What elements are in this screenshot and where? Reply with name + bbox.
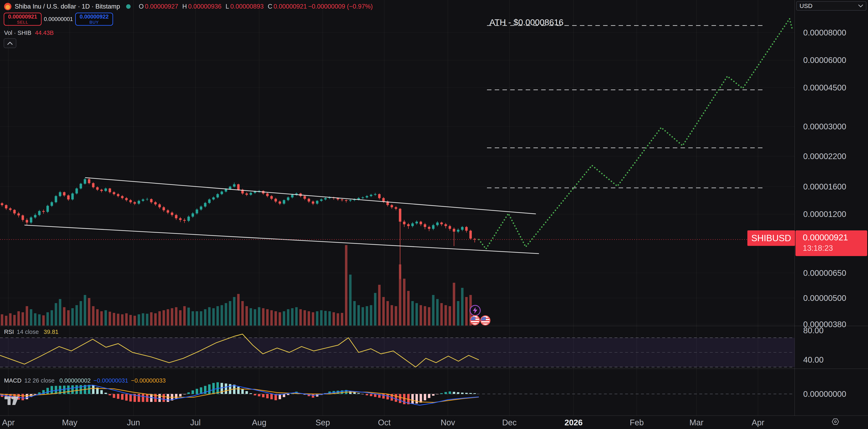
lightning-event-icon[interactable] [470,305,480,316]
price-axis-label: 0.00003000 [803,122,846,131]
last-price-time: 13:18:23 [803,243,867,253]
price-axis-label: 0.00000650 [803,268,846,277]
high-value: 0.00000936 [188,3,221,10]
rsi-axis-label: 40.00 [803,355,824,364]
buy-button[interactable]: 0.00000922 BUY [75,12,113,26]
trade-buttons: 0.00000921 SELL 0.00000001 0.00000922 BU… [4,12,113,26]
chevron-down-icon [858,4,863,7]
time-axis-month-label: Nov [440,418,455,427]
price-axis-label: 0.00000500 [803,293,846,303]
symbol-price-line-badge: SHIBUSD [747,231,795,246]
macd-signal-value: −0.00000033 [131,377,166,384]
us-flag-event-icon[interactable] [480,315,491,326]
price-axis-label: 0.00001600 [803,182,846,191]
rsi-params: 14 close [17,329,39,335]
time-axis-month-label: Jun [127,418,140,427]
last-price-value: 0.00000921 [803,232,867,243]
shiba-inu-logo-icon [4,3,11,10]
volume-label: Vol · SHIB [4,30,31,36]
low-label: L [225,3,229,10]
gear-icon [831,418,839,426]
ath-annotation: ATH - $0.00008616 [489,18,563,27]
price-axis-label: 0.00006000 [803,56,846,65]
last-price-tag: 0.00000921 13:18:23 [796,231,867,256]
high-label: H [182,3,187,10]
buy-price: 0.00000922 [80,14,109,20]
ohlc-values: O0.00000927 H0.00000936 L0.00000893 C0.0… [136,3,373,10]
us-flag-event-icon[interactable] [470,315,480,325]
time-axis-month-label: Aug [252,418,266,427]
price-axis-label: 0.00001200 [803,210,846,219]
time-axis-month-label: Feb [630,418,644,427]
time-axis-month-label: Sep [315,418,330,427]
macd-line-value: −0.00000031 [94,377,128,384]
time-axis-year-label: 2026 [565,418,583,427]
time-axis-month-label: May [62,418,78,427]
chart-canvas[interactable] [0,0,868,429]
market-status-icon [126,4,131,9]
symbol-header[interactable]: Shiba Inu / U.S. dollar · 1D · Bitstamp … [4,2,373,11]
low-value: 0.00000893 [230,3,264,10]
chevron-up-icon [7,41,12,45]
sell-price: 0.00000921 [8,14,37,20]
rsi-name: RSI [4,329,14,335]
macd-legend[interactable]: MACD 12 26 close 0.00000002 −0.00000031 … [4,377,166,384]
volume-value: 44.43B [35,30,54,36]
price-axis-label: 0.00008000 [803,28,846,37]
buy-label: BUY [89,20,99,25]
time-axis-month-label: Apr [752,418,764,427]
price-axis-label: 0.00002200 [803,152,846,161]
time-axis-month-label: Jul [190,418,200,427]
collapse-legend-button[interactable] [4,38,16,48]
symbol-title[interactable]: Shiba Inu / U.S. dollar · 1D · Bitstamp [15,3,120,10]
tradingview-logo [4,396,19,406]
rsi-legend[interactable]: RSI 14 close 39.81 [4,329,59,335]
time-axis-month-label: Apr [2,418,15,427]
open-label: O [139,3,144,10]
volume-legend: Vol · SHIB 44.43B [4,30,54,36]
spread-value: 0.00000001 [41,16,75,22]
trading-chart-app: Shiba Inu / U.S. dollar · 1D · Bitstamp … [0,0,868,429]
axis-settings-button[interactable] [831,417,840,426]
time-axis-month-label: Dec [502,418,517,427]
macd-params: 12 26 close [24,377,54,384]
macd-name: MACD [4,377,21,384]
time-axis-month-label: Mar [689,418,704,427]
price-axis-label: 0.00004500 [803,83,846,92]
close-label: C [268,3,272,10]
rsi-value: 39.81 [43,329,59,335]
change-value: −0.00000009 (−0.97%) [308,3,373,10]
rsi-axis-label: 80.00 [803,326,824,335]
currency-selector[interactable]: USD [796,1,866,10]
open-value: 0.00000927 [145,3,178,10]
sell-label: SELL [17,20,28,25]
macd-hist-value: 0.00000002 [60,377,91,384]
sell-button[interactable]: 0.00000921 SELL [4,12,41,26]
currency-value: USD [800,2,812,9]
time-axis-month-label: Oct [378,418,391,427]
close-value: 0.00000921 [274,3,307,10]
macd-axis-label: 0.00000000 [803,390,846,399]
